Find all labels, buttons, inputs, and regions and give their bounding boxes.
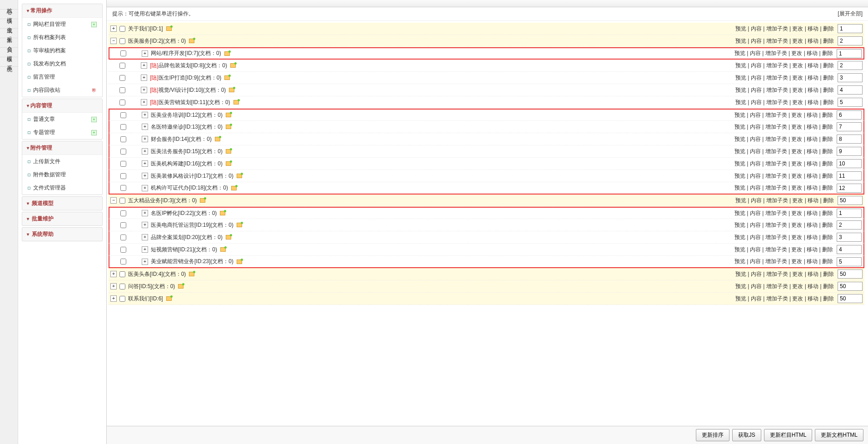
- menu-item[interactable]: 普通文章+: [22, 113, 102, 126]
- action-link[interactable]: 更改: [792, 283, 803, 289]
- action-link[interactable]: 更改: [791, 258, 802, 264]
- action-link[interactable]: 内容: [751, 25, 762, 32]
- menu-item[interactable]: 等审核的档案: [22, 44, 102, 57]
- order-input[interactable]: [838, 85, 863, 95]
- action-link[interactable]: 删除: [822, 210, 833, 216]
- order-input[interactable]: [838, 73, 863, 82]
- add-icon[interactable]: +: [91, 117, 97, 122]
- document-icon[interactable]: [233, 100, 239, 105]
- expand-icon[interactable]: +: [142, 210, 148, 216]
- document-icon[interactable]: [224, 51, 230, 56]
- row-checkbox[interactable]: [119, 38, 125, 44]
- sidebar-tab[interactable]: 模板: [0, 48, 18, 57]
- expand-icon[interactable]: +: [142, 246, 148, 253]
- action-link[interactable]: 内容: [750, 222, 761, 228]
- order-input[interactable]: [837, 233, 862, 242]
- expand-icon[interactable]: −: [110, 197, 117, 204]
- action-link[interactable]: 内容: [751, 38, 762, 44]
- sidebar-tab[interactable]: 模块: [0, 10, 18, 19]
- action-link[interactable]: 删除: [823, 25, 834, 32]
- sidebar-tab[interactable]: 采集: [0, 29, 18, 38]
- sidebar-tab[interactable]: 核心: [0, 0, 18, 10]
- expand-icon[interactable]: +: [141, 62, 147, 69]
- action-link[interactable]: 更改: [792, 271, 803, 277]
- document-icon[interactable]: [225, 161, 232, 166]
- category-label[interactable]: 名医IP孵化[ID:22](文档：0): [151, 210, 217, 217]
- action-link[interactable]: 更改: [791, 222, 802, 228]
- action-link[interactable]: 更改: [791, 148, 802, 155]
- action-link[interactable]: 更改: [792, 25, 803, 32]
- order-input[interactable]: [838, 61, 863, 70]
- row-checkbox[interactable]: [120, 124, 126, 130]
- action-link[interactable]: 预览: [734, 112, 745, 118]
- row-checkbox[interactable]: [119, 87, 125, 93]
- action-link[interactable]: 增加子类: [765, 112, 787, 118]
- order-input[interactable]: [837, 110, 862, 120]
- action-link[interactable]: 增加子类: [766, 99, 788, 105]
- action-link[interactable]: 内容: [751, 295, 762, 302]
- action-link[interactable]: 预览: [734, 173, 745, 179]
- row-checkbox[interactable]: [120, 161, 126, 167]
- action-link[interactable]: 增加子类: [766, 271, 788, 277]
- expand-icon[interactable]: +: [142, 259, 148, 265]
- action-link[interactable]: 删除: [822, 185, 833, 191]
- action-link[interactable]: 更改: [792, 99, 803, 105]
- expand-icon[interactable]: +: [141, 75, 147, 81]
- action-link[interactable]: 增加子类: [765, 234, 787, 240]
- footer-button[interactable]: 更新文档HTML: [815, 429, 863, 441]
- category-label[interactable]: 医美头条[ID:4](文档：0): [128, 270, 186, 278]
- footer-button[interactable]: 更新排序: [696, 429, 729, 441]
- action-link[interactable]: 预览: [734, 136, 745, 142]
- category-label[interactable]: 医美电商托管运营[ID:19](文档：0): [151, 221, 233, 229]
- action-link[interactable]: 删除: [823, 62, 834, 69]
- row-checkbox[interactable]: [120, 247, 126, 253]
- action-link[interactable]: 内容: [750, 210, 761, 216]
- action-link[interactable]: 预览: [734, 234, 745, 240]
- action-link[interactable]: 更改: [791, 160, 802, 167]
- document-icon[interactable]: [178, 284, 184, 289]
- sidebar-tab[interactable]: 系统: [0, 57, 18, 67]
- order-input[interactable]: [838, 36, 863, 45]
- action-link[interactable]: 删除: [822, 173, 833, 179]
- action-link[interactable]: 删除: [822, 124, 833, 130]
- row-checkbox[interactable]: [120, 136, 126, 142]
- action-link[interactable]: 增加子类: [765, 124, 787, 130]
- expand-all-link[interactable]: [展开全部]: [838, 10, 863, 18]
- action-link[interactable]: 移动: [808, 271, 818, 277]
- footer-button[interactable]: 获取JS: [732, 429, 761, 441]
- category-label[interactable]: [隐]医美营销策划[ID:11](文档：0): [150, 99, 230, 106]
- action-link[interactable]: 删除: [823, 75, 834, 81]
- action-link[interactable]: 删除: [822, 222, 833, 228]
- action-link[interactable]: 内容: [751, 271, 762, 277]
- action-link[interactable]: 内容: [750, 173, 761, 179]
- document-icon[interactable]: [236, 259, 243, 264]
- row-checkbox[interactable]: [120, 50, 126, 56]
- action-link[interactable]: 增加子类: [765, 258, 787, 264]
- action-link[interactable]: 预览: [735, 62, 746, 69]
- action-link[interactable]: 删除: [823, 295, 834, 302]
- action-link[interactable]: 内容: [750, 112, 761, 118]
- menu-section-header[interactable]: ▾ 批量维护: [22, 212, 103, 226]
- action-link[interactable]: 移动: [808, 75, 818, 81]
- order-input[interactable]: [837, 135, 862, 144]
- action-link[interactable]: 增加子类: [766, 87, 788, 93]
- row-checkbox[interactable]: [120, 222, 126, 228]
- action-link[interactable]: 更改: [791, 50, 802, 56]
- action-link[interactable]: 增加子类: [765, 136, 787, 142]
- action-link[interactable]: 移动: [807, 124, 818, 130]
- document-icon[interactable]: [225, 234, 232, 240]
- action-link[interactable]: 增加子类: [765, 160, 787, 167]
- document-icon[interactable]: [225, 124, 232, 130]
- action-link[interactable]: 更改: [792, 197, 803, 204]
- expand-icon[interactable]: +: [142, 234, 148, 240]
- category-label[interactable]: 短视频营销[ID:21](文档：0): [151, 246, 217, 254]
- action-link[interactable]: 删除: [822, 258, 833, 264]
- row-checkbox[interactable]: [120, 210, 126, 216]
- expand-icon[interactable]: +: [142, 112, 148, 118]
- sidebar-tab[interactable]: 生成: [0, 19, 18, 29]
- order-input[interactable]: [837, 220, 862, 229]
- expand-icon[interactable]: +: [142, 160, 148, 167]
- action-link[interactable]: 删除: [823, 283, 834, 289]
- menu-section-header[interactable]: ▾ 系统帮助: [22, 227, 103, 241]
- action-link[interactable]: 预览: [734, 148, 745, 155]
